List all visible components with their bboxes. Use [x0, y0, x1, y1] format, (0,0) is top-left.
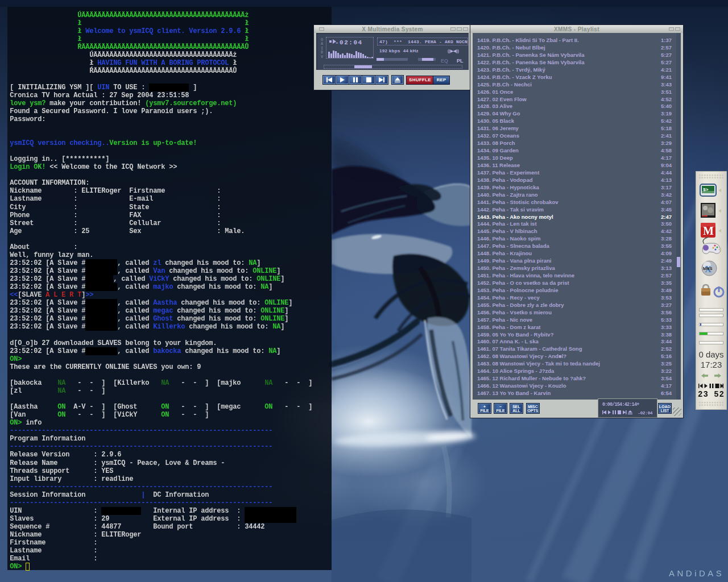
- svg-text:$>: $>: [703, 187, 709, 192]
- svg-text:M: M: [703, 225, 714, 237]
- svg-text:MMS: MMS: [703, 267, 713, 271]
